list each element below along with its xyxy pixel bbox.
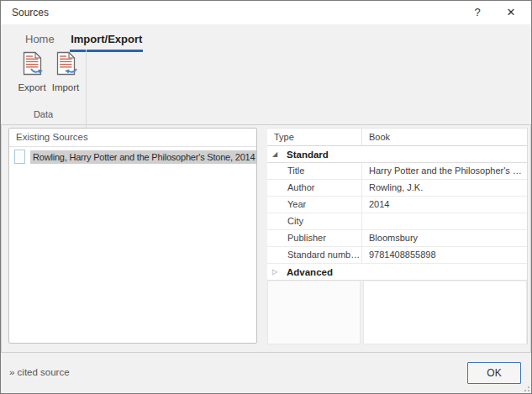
collapsed-triangle-icon: ▷ (267, 268, 287, 276)
source-item-label: Rowling, Harry Potter and the Philosophe… (30, 150, 256, 164)
property-row-city[interactable]: City (267, 213, 527, 230)
help-button[interactable]: ? (464, 1, 491, 24)
property-name: Author (267, 180, 362, 196)
source-checkbox-icon (14, 150, 25, 164)
property-value: Rowling, J.K. (362, 180, 527, 196)
property-name: Title (267, 163, 362, 179)
property-value: 2014 (362, 197, 527, 213)
title-bar: Sources ? ✕ (1, 1, 531, 24)
close-button[interactable]: ✕ (498, 1, 524, 24)
import-label: Import (49, 82, 82, 92)
property-row-author[interactable]: Author Rowling, J.K. (267, 180, 527, 197)
source-list-item[interactable]: Rowling, Harry Potter and the Philosophe… (9, 148, 256, 165)
existing-sources-header: Existing Sources (9, 129, 256, 147)
property-grid-empty-area (267, 281, 527, 344)
property-name: City (267, 213, 362, 229)
export-label: Export (15, 82, 49, 92)
sources-dialog: Sources ? ✕ Home Import/Export Export (0, 0, 532, 394)
section-advanced[interactable]: ▷ Advanced (267, 264, 527, 281)
section-advanced-label: Advanced (287, 267, 333, 277)
property-name: Year (267, 197, 362, 213)
property-value: Bloomsbury (362, 230, 527, 246)
resize-grip-icon[interactable] (522, 384, 529, 391)
property-name: Standard numb… (267, 247, 362, 263)
section-standard[interactable]: ◢ Standard (267, 146, 527, 163)
import-button[interactable]: Import (49, 51, 82, 92)
footer-bar: » cited source OK (1, 352, 531, 393)
empty-value-column (363, 281, 527, 344)
ribbon: Home Import/Export Export (1, 24, 531, 125)
existing-sources-panel: Existing Sources Rowling, Harry Potter a… (8, 128, 257, 344)
export-document-icon (21, 51, 44, 77)
property-name: Publisher (267, 230, 362, 246)
property-value: 9781408855898 (362, 247, 527, 263)
export-button[interactable]: Export (15, 51, 49, 92)
property-row-title[interactable]: Title Harry Potter and the Philosopher's… (267, 163, 527, 180)
type-header-label: Type (267, 129, 362, 145)
property-row-year[interactable]: Year 2014 (267, 197, 527, 213)
tab-import-export[interactable]: Import/Export (70, 31, 143, 52)
property-row-standard-number[interactable]: Standard numb… 9781408855898 (267, 247, 527, 264)
type-header-row: Type Book (267, 129, 527, 146)
tab-home[interactable]: Home (24, 31, 55, 50)
import-document-icon (55, 51, 77, 77)
ribbon-group-separator (86, 50, 87, 140)
property-row-publisher[interactable]: Publisher Bloomsbury (267, 230, 527, 247)
source-properties-grid: Type Book ◢ Standard Title Harry Potter … (267, 128, 528, 344)
ribbon-group-label: Data (1, 109, 86, 119)
window-title: Sources (12, 1, 49, 24)
ok-button[interactable]: OK (467, 362, 521, 384)
expanded-triangle-icon: ◢ (267, 150, 287, 158)
type-header-value: Book (362, 129, 527, 145)
ribbon-tabs: Home Import/Export (24, 31, 154, 52)
property-value (362, 213, 527, 229)
cited-source-legend: » cited source (9, 367, 70, 377)
empty-name-column (267, 281, 361, 344)
property-value: Harry Potter and the Philosopher's … (362, 163, 527, 179)
section-standard-label: Standard (287, 150, 329, 160)
